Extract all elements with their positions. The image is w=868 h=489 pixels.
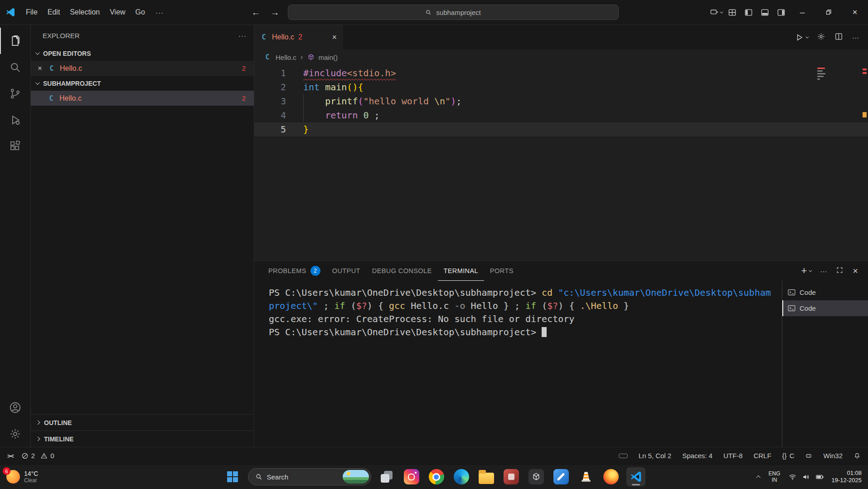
menu-selection[interactable]: Selection [65, 8, 105, 16]
start-button[interactable] [223, 467, 242, 486]
indentation[interactable]: Spaces: 4 [682, 452, 713, 460]
task-view-icon[interactable] [377, 467, 396, 486]
instagram-icon[interactable] [402, 467, 421, 486]
outline-section[interactable]: OUTLINE [31, 414, 254, 430]
broadcast-icon[interactable] [708, 0, 724, 24]
c-file-icon: C [263, 53, 272, 61]
explorer-more-icon[interactable]: ··· [238, 32, 247, 39]
tab-output[interactable]: OUTPUT [326, 261, 366, 281]
platform-indicator[interactable]: Win32 [823, 452, 843, 460]
battery-icon[interactable] [815, 473, 824, 481]
close-icon[interactable]: × [36, 64, 44, 73]
customize-layout-icon[interactable] [724, 0, 740, 24]
terminal-icon [788, 304, 795, 312]
panel-more-icon[interactable]: ··· [820, 267, 827, 275]
edge-icon[interactable] [452, 467, 471, 486]
toggle-secondary-sidebar-icon[interactable] [773, 0, 789, 24]
vscode-taskbar-icon[interactable] [626, 467, 645, 486]
settings-gear-icon[interactable] [0, 421, 30, 447]
editor-more-icon[interactable]: ··· [852, 34, 859, 41]
terminal-instance[interactable]: Code [782, 284, 868, 300]
source-control-icon[interactable] [0, 80, 30, 107]
minimize-button[interactable]: – [789, 0, 815, 24]
copilot-icon[interactable] [805, 452, 812, 460]
chrome-icon[interactable] [427, 467, 446, 486]
code-line[interactable]: 2int main(){ [254, 80, 868, 94]
timeline-section[interactable]: TIMELINE [31, 430, 254, 447]
terminal-line: project\" ; if ($?) { gcc Hello.c -o Hel… [269, 299, 782, 313]
wifi-icon[interactable] [788, 473, 797, 481]
menu-more-icon[interactable]: ··· [150, 9, 169, 16]
tray-expand-icon[interactable] [756, 475, 761, 479]
vlc-icon[interactable] [577, 467, 596, 486]
split-editor-icon[interactable] [834, 32, 843, 42]
accounts-icon[interactable] [0, 394, 30, 421]
back-icon[interactable]: ← [250, 7, 262, 18]
run-debug-icon[interactable] [0, 107, 30, 133]
volume-icon[interactable] [802, 473, 810, 481]
language-indicator[interactable]: ENG IN [768, 470, 780, 483]
close-panel-icon[interactable]: × [853, 266, 858, 276]
open-editors-section[interactable]: OPEN EDITORS [31, 46, 254, 61]
toggle-sidebar-icon[interactable] [740, 0, 756, 24]
overview-error-mark [863, 72, 867, 74]
cursor-position[interactable]: Ln 5, Col 2 [639, 452, 672, 460]
code-editor[interactable]: 1#include<stdio.h>2int main(){3 printf("… [254, 65, 868, 260]
extensions-icon[interactable] [0, 133, 30, 159]
open-editor-item-hello-c[interactable]: × C Hello.c 2 [31, 61, 254, 76]
taskbar-search[interactable]: Search [248, 468, 371, 485]
toggle-panel-icon[interactable] [756, 0, 773, 24]
menu-edit[interactable]: Edit [43, 8, 65, 16]
weather-icon: 6 [6, 470, 20, 484]
project-section[interactable]: SUBHAMPROJECT [31, 76, 254, 91]
problems-count-badge: 2 [242, 64, 246, 72]
encoding[interactable]: UTF-8 [723, 452, 743, 460]
terminal-icon [788, 289, 795, 296]
red-app-icon[interactable] [502, 467, 521, 486]
menu-go[interactable]: Go [131, 8, 150, 16]
tab-close-icon[interactable]: × [332, 33, 337, 42]
tab-ports[interactable]: PORTS [484, 261, 519, 281]
terminal-instance[interactable]: Code [782, 300, 868, 316]
notifications-bell-icon[interactable] [853, 452, 861, 460]
cube-app-icon[interactable] [527, 467, 546, 486]
code-line[interactable]: 5} [254, 122, 868, 137]
forward-icon[interactable]: → [269, 7, 281, 18]
editor-settings-gear-icon[interactable] [817, 32, 825, 42]
run-code-icon[interactable] [795, 33, 808, 42]
weather-widget[interactable]: 6 14°C Clear [6, 470, 38, 484]
blue-app-icon[interactable] [552, 467, 571, 486]
search-sidebar-icon[interactable] [0, 54, 30, 80]
eol-sequence[interactable]: CRLF [753, 452, 771, 460]
menu-view[interactable]: View [105, 8, 130, 16]
file-explorer-icon[interactable] [477, 467, 496, 486]
language-mode[interactable]: {} C [782, 452, 795, 460]
tab-terminal[interactable]: TERMINAL [438, 261, 485, 281]
problems-status[interactable]: 2 0 [21, 452, 54, 460]
new-terminal-icon[interactable]: + [801, 265, 811, 277]
terminal-output[interactable]: PS C:\Users\kumar\OneDrive\Desktop\subha… [254, 281, 782, 447]
menu-file[interactable]: File [21, 8, 43, 16]
tab-debug-console[interactable]: DEBUG CONSOLE [366, 261, 438, 281]
breadcrumb-symbol[interactable]: main() [319, 54, 338, 61]
clock[interactable]: 01:08 19-12-2025 [832, 469, 862, 484]
bing-daily-image[interactable] [343, 470, 369, 484]
file-item-hello-c[interactable]: C Hello.c 2 [31, 91, 254, 106]
tab-hello-c[interactable]: C Hello.c 2 × [254, 25, 343, 49]
close-window-button[interactable]: × [842, 0, 868, 24]
code-line[interactable]: 3 printf("hello world \n"); [254, 94, 868, 108]
minimap[interactable] [817, 68, 829, 80]
command-center-search[interactable]: subhamproject [288, 5, 619, 20]
firefox-icon[interactable] [601, 467, 621, 486]
remote-indicator-icon[interactable]: >< [7, 452, 13, 460]
explorer-icon[interactable] [0, 28, 30, 54]
zoom-indicator[interactable] [619, 454, 628, 458]
tab-problems[interactable]: PROBLEMS 2 [262, 261, 326, 281]
code-line[interactable]: 1#include<stdio.h> [254, 66, 868, 80]
restore-button[interactable] [815, 0, 842, 24]
chevron-right-icon [36, 437, 40, 441]
code-line[interactable]: 4 return 0 ; [254, 108, 868, 122]
breadcrumb-file[interactable]: Hello.c [276, 54, 296, 61]
c-file-icon: C [260, 33, 268, 41]
maximize-panel-icon[interactable] [836, 266, 844, 275]
